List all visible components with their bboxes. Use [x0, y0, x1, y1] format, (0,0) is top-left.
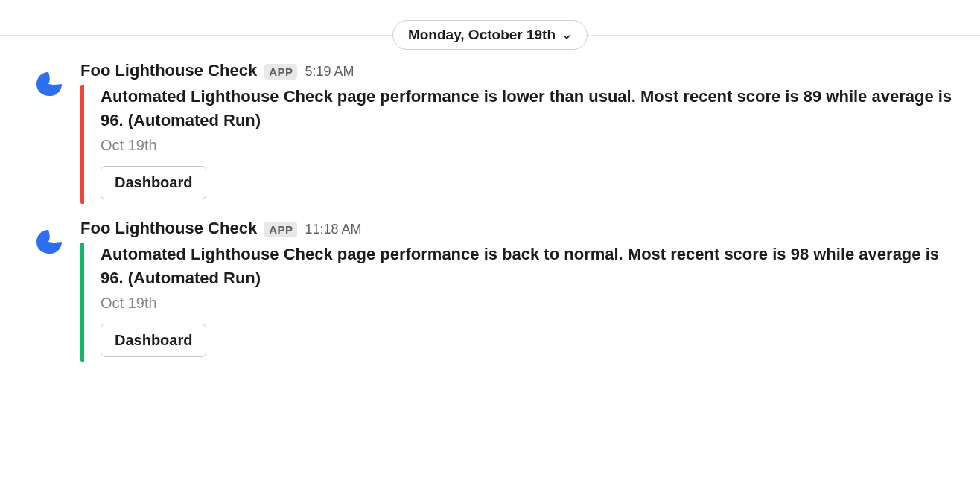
app-badge: APP [264, 222, 297, 237]
attachment-date: Oct 19th [101, 295, 958, 312]
message-timestamp[interactable]: 11:18 AM [305, 222, 361, 237]
dashboard-button[interactable]: Dashboard [101, 166, 206, 199]
attachment-block: Automated Lighthouse Check page performa… [80, 243, 958, 362]
message-body: Foo Lighthouse Check APP 5:19 AM Automat… [80, 61, 958, 204]
attachment-date: Oct 19th [101, 137, 958, 154]
message: Foo Lighthouse Check APP 5:19 AM Automat… [0, 54, 980, 211]
app-logo-icon [31, 224, 66, 260]
avatar[interactable] [28, 222, 69, 262]
message-timestamp[interactable]: 5:19 AM [305, 64, 354, 80]
message-body: Foo Lighthouse Check APP 11:18 AM Automa… [80, 219, 958, 362]
attachment-text: Automated Lighthouse Check page performa… [101, 85, 958, 132]
message-header: Foo Lighthouse Check APP 5:19 AM [80, 61, 958, 80]
author-name[interactable]: Foo Lighthouse Check [80, 61, 257, 80]
date-divider: Monday, October 19th [0, 16, 980, 54]
date-pill-button[interactable]: Monday, October 19th [392, 20, 588, 50]
author-name[interactable]: Foo Lighthouse Check [80, 219, 257, 238]
date-pill-label: Monday, October 19th [408, 27, 556, 43]
message: Foo Lighthouse Check APP 11:18 AM Automa… [0, 211, 980, 369]
app-logo-icon [31, 66, 66, 102]
app-badge: APP [264, 64, 297, 80]
chevron-down-icon [561, 30, 572, 40]
dashboard-button[interactable]: Dashboard [101, 324, 206, 357]
message-header: Foo Lighthouse Check APP 11:18 AM [80, 219, 958, 238]
attachment-text: Automated Lighthouse Check page performa… [101, 243, 958, 290]
avatar[interactable] [28, 64, 69, 104]
attachment-block: Automated Lighthouse Check page performa… [80, 85, 958, 204]
